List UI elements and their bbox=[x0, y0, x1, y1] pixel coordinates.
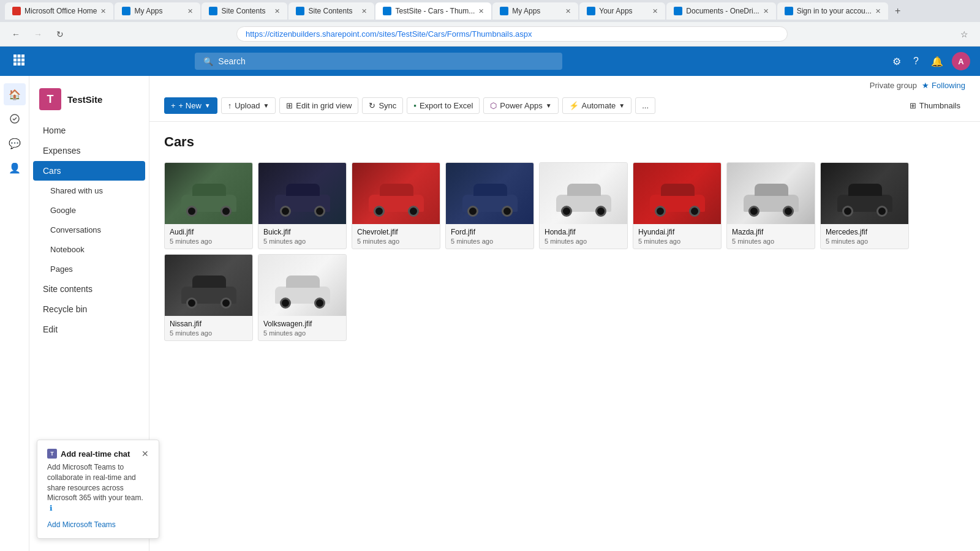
thumbnails-label: Thumbnails bbox=[919, 101, 960, 110]
nav-item-notebook[interactable]: Notebook bbox=[33, 240, 145, 259]
tab-favicon-signin bbox=[785, 7, 793, 15]
thumb-volkswagen[interactable]: Volkswagen.jfif 5 minutes ago bbox=[258, 254, 347, 341]
tab-signin[interactable]: Sign in to your accou... ✕ bbox=[777, 2, 888, 20]
chat-popup-link[interactable]: Add Microsoft Teams bbox=[47, 520, 116, 529]
sidebar-icon-chat[interactable]: 💬 bbox=[4, 132, 26, 154]
thumb-ford[interactable]: Ford.jfif 5 minutes ago bbox=[445, 162, 534, 249]
thumb-time-nissan: 5 minutes ago bbox=[170, 329, 247, 337]
o365-search-bar[interactable]: 🔍 Search bbox=[195, 53, 562, 70]
new-tab-button[interactable]: + bbox=[889, 2, 907, 20]
thumb-time-honda: 5 minutes ago bbox=[545, 238, 622, 245]
svg-rect-2 bbox=[21, 54, 24, 58]
chat-popup-text: Add Microsoft Teams to collaborate in re… bbox=[47, 463, 143, 502]
nav-item-shared[interactable]: Shared with us bbox=[33, 181, 145, 200]
sidebar-icon-activity[interactable] bbox=[4, 108, 26, 130]
nav-item-home[interactable]: Home bbox=[33, 121, 145, 140]
nav-item-google[interactable]: Google bbox=[33, 201, 145, 220]
edit-grid-icon: ⊞ bbox=[286, 101, 293, 110]
nav-item-sitecontents[interactable]: Site contents bbox=[33, 279, 145, 299]
nav-item-edit[interactable]: Edit bbox=[33, 320, 145, 339]
tab-cars-thumbnails[interactable]: TestSite - Cars - Thum... ✕ bbox=[375, 2, 491, 20]
following-button[interactable]: ★ Following bbox=[922, 81, 965, 90]
tab-close-myapps2[interactable]: ✕ bbox=[565, 7, 571, 15]
site-logo: T bbox=[39, 88, 61, 110]
thumb-img-honda bbox=[540, 163, 627, 224]
edit-grid-label: Edit in grid view bbox=[296, 101, 352, 110]
o365-help-button[interactable]: ? bbox=[910, 53, 922, 69]
powerapps-button[interactable]: ⬡ Power Apps ▼ bbox=[483, 97, 558, 114]
tab-close-cars[interactable]: ✕ bbox=[478, 7, 484, 15]
automate-button[interactable]: ⚡ Automate ▼ bbox=[562, 97, 632, 114]
edit-grid-button[interactable]: ⊞ Edit in grid view bbox=[279, 97, 358, 114]
back-button[interactable]: ← bbox=[7, 26, 24, 43]
new-button-icon: + bbox=[171, 101, 176, 110]
reload-button[interactable]: ↻ bbox=[51, 26, 69, 43]
thumb-name-volkswagen: Volkswagen.jfif bbox=[263, 320, 341, 328]
o365-notifications-button[interactable]: 🔔 bbox=[927, 53, 947, 70]
tab-myapps2[interactable]: My Apps ✕ bbox=[492, 2, 578, 20]
tab-onedrive[interactable]: Documents - OneDri... ✕ bbox=[666, 2, 775, 20]
thumb-img-nissan bbox=[165, 255, 252, 316]
o365-account-button[interactable]: A bbox=[952, 52, 970, 70]
sidebar-icon-home[interactable]: 🏠 bbox=[4, 83, 26, 105]
tab-myapps1[interactable]: My Apps ✕ bbox=[115, 2, 200, 20]
more-button[interactable]: ... bbox=[635, 97, 655, 114]
thumb-time-chevrolet: 5 minutes ago bbox=[357, 238, 435, 245]
sidebar-icon-people[interactable]: 👤 bbox=[4, 157, 26, 179]
address-bar[interactable]: https://citizenbuilders.sharepoint.com/s… bbox=[236, 26, 788, 42]
tab-yourapps[interactable]: Your Apps ✕ bbox=[579, 2, 665, 20]
car-shape-honda bbox=[556, 195, 611, 212]
automate-chevron: ▼ bbox=[619, 102, 625, 109]
thumb-mazda[interactable]: Mazda.jfif 5 minutes ago bbox=[726, 162, 815, 249]
thumb-info-nissan: Nissan.jfif 5 minutes ago bbox=[165, 316, 252, 340]
tab-close-sc2[interactable]: ✕ bbox=[361, 7, 367, 15]
svg-rect-0 bbox=[13, 54, 17, 58]
tab-close-sc1[interactable]: ✕ bbox=[274, 7, 280, 15]
tab-sitecontents2[interactable]: Site Contents ✕ bbox=[288, 2, 374, 20]
tab-close-office[interactable]: ✕ bbox=[100, 7, 106, 15]
thumb-mercedes[interactable]: Mercedes.jfif 5 minutes ago bbox=[820, 162, 909, 249]
tab-close-signin[interactable]: ✕ bbox=[875, 7, 881, 15]
tab-label-office: Microsoft Office Home bbox=[24, 7, 97, 15]
tab-office-home[interactable]: Microsoft Office Home ✕ bbox=[5, 2, 113, 20]
o365-settings-button[interactable]: ⚙ bbox=[889, 53, 905, 70]
chat-popup-link-text: Add Microsoft Teams bbox=[47, 520, 116, 529]
chat-popup: T Add real-time chat ✕ Add Microsoft Tea… bbox=[37, 440, 159, 539]
upload-button[interactable]: ↑ Upload ▼ bbox=[221, 97, 276, 114]
car-shape-mazda bbox=[744, 195, 799, 212]
nav-item-expenses[interactable]: Expenses bbox=[33, 141, 145, 160]
tab-label-yourapps: Your Apps bbox=[599, 7, 649, 15]
nav-item-pages[interactable]: Pages bbox=[33, 260, 145, 279]
tab-close-myapps1[interactable]: ✕ bbox=[187, 7, 193, 15]
thumb-audi[interactable]: Audi.jfif 5 minutes ago bbox=[164, 162, 253, 249]
thumb-honda[interactable]: Honda.jfif 5 minutes ago bbox=[539, 162, 628, 249]
nav-item-recyclebin[interactable]: Recycle bin bbox=[33, 299, 145, 319]
bookmark-button[interactable]: ☆ bbox=[956, 26, 973, 43]
tab-sitecontents1[interactable]: Site Contents ✕ bbox=[202, 2, 287, 20]
site-title: TestSite bbox=[67, 94, 102, 105]
thumb-chevrolet[interactable]: Chevrolet.jfif 5 minutes ago bbox=[352, 162, 440, 249]
export-button[interactable]: ▪ Export to Excel bbox=[407, 97, 480, 114]
nav-item-conversations[interactable]: Conversations bbox=[33, 220, 145, 239]
toolbar: + + New ▼ ↑ Upload ▼ ⊞ Edit in grid view… bbox=[149, 90, 980, 122]
private-group-label: Private group bbox=[870, 81, 917, 90]
sync-button[interactable]: ↻ Sync bbox=[362, 97, 403, 114]
thumb-nissan[interactable]: Nissan.jfif 5 minutes ago bbox=[164, 254, 253, 341]
tab-label-sc2: Site Contents bbox=[308, 7, 358, 15]
tab-label-myapps2: My Apps bbox=[512, 7, 562, 15]
thumb-buick[interactable]: Buick.jfif 5 minutes ago bbox=[258, 162, 347, 249]
thumb-hyundai[interactable]: Hyundai.jfif 5 minutes ago bbox=[633, 162, 722, 249]
new-button[interactable]: + + New ▼ bbox=[164, 97, 217, 114]
forward-button[interactable]: → bbox=[29, 26, 47, 43]
tab-close-onedrive[interactable]: ✕ bbox=[763, 7, 769, 15]
thumbnails-view-button[interactable]: ⊞ Thumbnails bbox=[905, 98, 965, 113]
thumb-img-hyundai bbox=[633, 163, 721, 224]
tab-close-yourapps[interactable]: ✕ bbox=[652, 7, 658, 15]
chat-popup-close[interactable]: ✕ bbox=[141, 449, 149, 459]
automate-label: Automate bbox=[582, 101, 616, 110]
upload-icon: ↑ bbox=[228, 101, 232, 110]
waffle-menu-button[interactable] bbox=[10, 51, 28, 72]
nav-item-cars[interactable]: Cars bbox=[33, 161, 145, 181]
tab-favicon-cars bbox=[383, 7, 391, 15]
site-logo-letter: T bbox=[47, 93, 54, 106]
